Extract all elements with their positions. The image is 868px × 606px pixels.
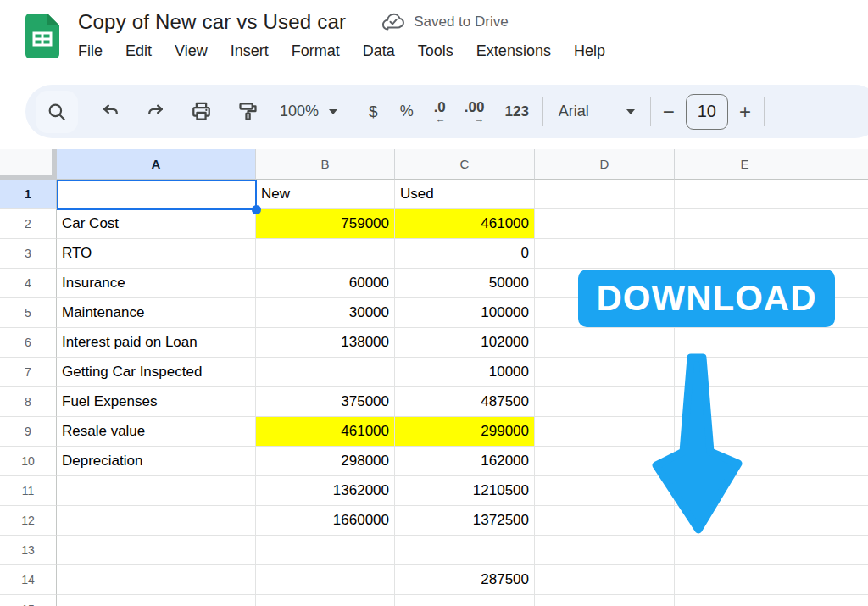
- cell-A1[interactable]: [57, 180, 256, 209]
- menu-data[interactable]: Data: [363, 42, 395, 60]
- cell-D2[interactable]: [535, 209, 675, 239]
- cell-D15[interactable]: [535, 595, 675, 606]
- cell-B11[interactable]: 1362000: [256, 476, 395, 506]
- cell-A7[interactable]: Getting Car Inspected: [57, 358, 256, 387]
- cell-F3[interactable]: [815, 239, 868, 269]
- menu-extensions[interactable]: Extensions: [476, 42, 551, 60]
- download-button[interactable]: DOWNLOAD: [578, 270, 835, 327]
- cell-A2[interactable]: Car Cost: [57, 209, 256, 239]
- cell-B7[interactable]: [256, 358, 395, 387]
- cell-F6[interactable]: [815, 328, 868, 358]
- row-header-13[interactable]: 13: [0, 536, 57, 565]
- cell-F1[interactable]: [815, 180, 868, 209]
- cell-B3[interactable]: [256, 239, 395, 269]
- fill-handle[interactable]: [252, 205, 261, 214]
- cell-E1[interactable]: [675, 180, 815, 209]
- cell-A6[interactable]: Interest paid on Loan: [57, 328, 256, 358]
- row-header-15[interactable]: 15: [0, 595, 57, 606]
- menu-view[interactable]: View: [175, 42, 208, 60]
- cell-B2[interactable]: 759000: [256, 209, 395, 239]
- undo-button[interactable]: [100, 101, 121, 122]
- cell-F12[interactable]: [815, 506, 868, 536]
- document-title[interactable]: Copy of New car vs Used car: [78, 10, 346, 34]
- cell-F2[interactable]: [815, 209, 868, 239]
- row-header-2[interactable]: 2: [0, 209, 57, 239]
- cell-C2[interactable]: 461000: [395, 209, 535, 239]
- cell-B4[interactable]: 60000: [256, 269, 395, 298]
- row-header-4[interactable]: 4: [0, 269, 57, 298]
- decrease-decimal-button[interactable]: .0 ←: [434, 100, 446, 124]
- cell-C3[interactable]: 0: [395, 239, 535, 269]
- cell-A4[interactable]: Insurance: [57, 269, 256, 298]
- cloud-check-icon[interactable]: [381, 13, 405, 31]
- cell-B9[interactable]: 461000: [256, 417, 395, 447]
- menu-tools[interactable]: Tools: [418, 42, 453, 60]
- cell-C6[interactable]: 102000: [395, 328, 535, 358]
- menu-edit[interactable]: Edit: [125, 42, 152, 60]
- column-header-C[interactable]: C: [395, 149, 535, 180]
- cell-E14[interactable]: [675, 565, 815, 595]
- cell-D3[interactable]: [535, 239, 675, 269]
- cell-D1[interactable]: [535, 180, 675, 209]
- saved-status[interactable]: Saved to Drive: [414, 14, 509, 31]
- cell-E15[interactable]: [675, 595, 815, 606]
- google-sheets-icon[interactable]: [25, 14, 59, 58]
- cell-C12[interactable]: 1372500: [395, 506, 535, 536]
- cell-B6[interactable]: 138000: [256, 328, 395, 358]
- font-family-selector[interactable]: Arial: [559, 103, 635, 120]
- cell-A9[interactable]: Resale value: [57, 417, 256, 447]
- format-currency-button[interactable]: $: [369, 103, 378, 121]
- cell-E2[interactable]: [675, 209, 815, 239]
- column-header-F[interactable]: [815, 149, 868, 180]
- cell-A13[interactable]: [57, 536, 256, 565]
- row-header-7[interactable]: 7: [0, 358, 57, 387]
- cell-F9[interactable]: [815, 417, 868, 447]
- cell-B15[interactable]: [256, 595, 395, 606]
- column-header-A[interactable]: A: [57, 149, 256, 180]
- cell-F11[interactable]: [815, 476, 868, 506]
- row-header-11[interactable]: 11: [0, 476, 57, 506]
- cell-C10[interactable]: 162000: [395, 447, 535, 476]
- cell-D14[interactable]: [535, 565, 675, 595]
- more-formats-button[interactable]: 123: [504, 103, 528, 120]
- row-header-6[interactable]: 6: [0, 328, 57, 358]
- cell-A8[interactable]: Fuel Expenses: [57, 387, 256, 417]
- cell-F8[interactable]: [815, 387, 868, 417]
- cell-C14[interactable]: 287500: [395, 565, 535, 595]
- cell-C4[interactable]: 50000: [395, 269, 535, 298]
- cell-C9[interactable]: 299000: [395, 417, 535, 447]
- cell-E3[interactable]: [675, 239, 815, 269]
- cell-F10[interactable]: [815, 447, 868, 476]
- cell-B1[interactable]: New: [256, 180, 395, 209]
- cell-C7[interactable]: 10000: [395, 358, 535, 387]
- cell-A11[interactable]: [57, 476, 256, 506]
- cell-F13[interactable]: [815, 536, 868, 565]
- print-button[interactable]: [190, 100, 213, 123]
- row-header-9[interactable]: 9: [0, 417, 57, 447]
- menu-file[interactable]: File: [78, 42, 103, 60]
- search-button[interactable]: [36, 91, 78, 133]
- cell-A5[interactable]: Maintenance: [57, 298, 256, 328]
- row-header-12[interactable]: 12: [0, 506, 57, 536]
- cell-C15[interactable]: [395, 595, 535, 606]
- cell-B12[interactable]: 1660000: [256, 506, 395, 536]
- format-percent-button[interactable]: %: [400, 103, 414, 120]
- row-header-10[interactable]: 10: [0, 447, 57, 476]
- cell-C11[interactable]: 1210500: [395, 476, 535, 506]
- column-header-E[interactable]: E: [675, 149, 815, 180]
- cell-B10[interactable]: 298000: [256, 447, 395, 476]
- cell-A12[interactable]: [57, 506, 256, 536]
- menu-format[interactable]: Format: [292, 42, 340, 60]
- cell-A10[interactable]: Depreciation: [57, 447, 256, 476]
- select-all-corner[interactable]: [0, 149, 57, 180]
- increase-font-size-button[interactable]: +: [739, 100, 751, 124]
- cell-B14[interactable]: [256, 565, 395, 595]
- cell-C1[interactable]: Used: [395, 180, 535, 209]
- column-header-B[interactable]: B: [256, 149, 395, 180]
- row-header-1[interactable]: 1: [0, 180, 57, 209]
- cell-C5[interactable]: 100000: [395, 298, 535, 328]
- zoom-selector[interactable]: 100%: [280, 103, 337, 120]
- increase-decimal-button[interactable]: .00 →: [465, 100, 485, 124]
- row-header-5[interactable]: 5: [0, 298, 57, 328]
- cell-A14[interactable]: [57, 565, 256, 595]
